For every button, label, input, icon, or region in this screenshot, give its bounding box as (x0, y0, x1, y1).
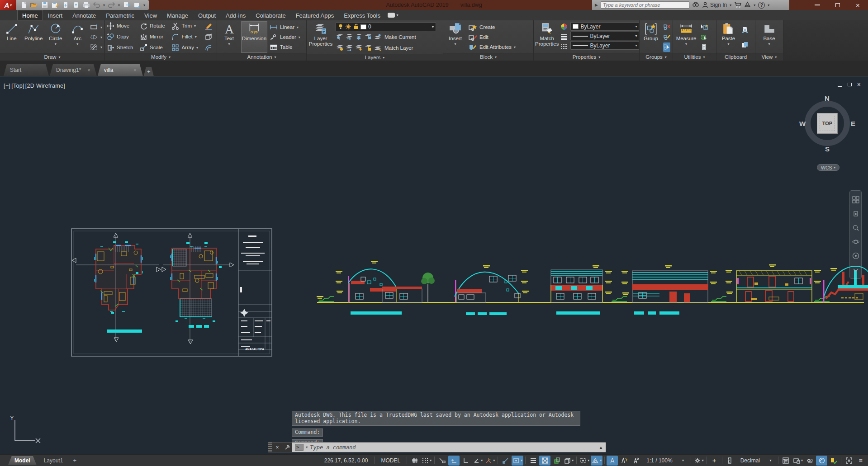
linetype-select[interactable]: ByLayer▾ (570, 41, 639, 50)
cad-drawing[interactable]: ANAFAU SPA (0, 76, 868, 455)
tab-featured-apps[interactable]: Featured Apps (291, 10, 339, 20)
lineweight-select[interactable]: ByLayer▾ (570, 32, 639, 40)
units-value[interactable]: Decimal (736, 457, 764, 464)
linetype-icon[interactable] (560, 43, 568, 52)
autoscale-toggle[interactable] (618, 456, 630, 466)
command-line-bar[interactable]: × >_ ▾ Type a command ▲ (268, 442, 606, 452)
viewcube[interactable]: N S W E TOP (797, 94, 857, 153)
new-layout-button[interactable]: + (70, 457, 79, 464)
undo-icon[interactable] (93, 1, 100, 9)
sign-in-button[interactable]: Sign In (702, 2, 727, 8)
grid-toggle[interactable] (409, 456, 420, 466)
text-button[interactable]: A Text▾ (218, 21, 240, 53)
full-navigation-wheel-icon[interactable] (852, 196, 860, 204)
transparency-toggle[interactable] (539, 456, 550, 466)
panel-label-layers[interactable]: Layers▾ (307, 54, 443, 61)
viewcube-north[interactable]: N (825, 94, 830, 102)
table-button[interactable]: Table (270, 42, 300, 52)
search-input[interactable] (601, 1, 689, 9)
command-bar-close-icon[interactable]: × (272, 444, 282, 451)
navbar-more-icon[interactable] (852, 266, 860, 274)
ungroup-button[interactable] (663, 23, 670, 32)
id-point-button[interactable] (700, 33, 708, 42)
layer-freeze-icon[interactable] (355, 33, 363, 42)
group-selection-toggle[interactable] (663, 42, 670, 52)
pan-icon[interactable] (852, 210, 860, 218)
restore-button[interactable] (827, 0, 848, 10)
minimize-button[interactable] (807, 0, 827, 10)
arc-button[interactable]: Arc▾ (67, 21, 88, 53)
layer-select[interactable]: 0 ▾ (336, 22, 436, 31)
file-tab-drawing1[interactable]: Drawing1*× (50, 64, 97, 76)
annotation-scale-caret[interactable]: ▾ (678, 456, 689, 466)
viewport-minus-control[interactable]: [−] (4, 83, 10, 89)
doc-restore-icon[interactable] (848, 83, 852, 86)
sign-in-caret-icon[interactable]: ▾ (730, 3, 731, 7)
layer-thaw-all-icon[interactable] (355, 44, 363, 52)
coordinates-display[interactable]: 226.17, 6.52, 0.00 (320, 457, 373, 464)
command-history-toggle-icon[interactable]: ▲ (599, 445, 603, 450)
group-edit-button[interactable] (663, 33, 670, 42)
redo-icon[interactable] (108, 1, 115, 9)
clean-screen-button[interactable] (843, 456, 854, 466)
close-icon[interactable]: × (133, 67, 136, 73)
gizmo-toggle[interactable]: ▾ (579, 456, 590, 466)
trim-button[interactable]: Trim▾ (171, 21, 200, 31)
hardware-acceleration-button[interactable] (828, 456, 839, 466)
lineweight-toggle[interactable] (527, 456, 539, 466)
save-to-web-mobile-icon[interactable] (72, 1, 80, 9)
viewcube-south[interactable]: S (825, 145, 830, 153)
file-tab-start[interactable]: Start (4, 64, 49, 76)
graphics-performance-button[interactable] (816, 456, 827, 466)
copy-button[interactable]: Copy (107, 32, 135, 42)
match-properties-button[interactable]: Match Properties (535, 21, 559, 53)
group-button[interactable]: Group (641, 21, 661, 53)
command-prompt-icon[interactable]: >_ (295, 444, 304, 451)
layer-isolate-icon[interactable] (336, 33, 344, 42)
3d-osnap-toggle[interactable]: ▾ (563, 456, 574, 466)
layout1-tab[interactable]: Layout1 (38, 456, 70, 465)
file-tab-villa[interactable]: villa× (98, 64, 143, 76)
tab-collaborate[interactable]: Collaborate (251, 10, 291, 20)
command-bar-customize-icon[interactable] (282, 444, 292, 450)
annotation-scale-button[interactable] (630, 456, 641, 466)
close-button[interactable]: × (848, 0, 868, 10)
viewcube-west[interactable]: W (799, 120, 806, 127)
layer-unlock-all-icon[interactable] (364, 44, 373, 52)
account-caret-icon[interactable]: ▾ (754, 3, 755, 7)
floor-plan-ground[interactable] (72, 233, 166, 342)
paste-button[interactable]: Paste▾ (718, 21, 739, 53)
undo-caret-icon[interactable]: ▾ (103, 3, 105, 7)
app-menu-button[interactable]: A▾ (0, 0, 16, 10)
edit-attributes-button[interactable]: Edit Attributes▾ (468, 42, 516, 52)
osnap-tracking-toggle[interactable] (500, 456, 511, 466)
panel-label-view[interactable]: View▾ (755, 53, 783, 61)
leader-button[interactable]: Leader▾ (270, 33, 300, 42)
annotation-visibility-toggle[interactable] (607, 456, 618, 466)
dynamic-input-toggle[interactable] (436, 456, 448, 466)
selection-filter-toggle[interactable]: ▾ (591, 456, 602, 466)
offset-button[interactable] (204, 43, 215, 52)
erase-button[interactable] (204, 21, 215, 31)
panel-label-draw[interactable]: Draw▾ (0, 53, 104, 61)
polar-tracking-toggle[interactable]: ▾ (472, 456, 484, 466)
zoom-icon[interactable] (852, 224, 860, 232)
tab-output[interactable]: Output (193, 10, 221, 20)
doc-close-icon[interactable]: × (857, 81, 861, 88)
tab-insert[interactable]: Insert (43, 10, 68, 20)
plot-icon[interactable] (82, 1, 90, 9)
snap-toggle[interactable]: ▾ (421, 456, 432, 466)
mirror-button[interactable]: Mirror (140, 32, 167, 42)
navigation-bar[interactable] (849, 190, 862, 279)
layout-lock-button[interactable]: ▾ (792, 456, 804, 466)
scale-button[interactable]: Scale (140, 43, 167, 52)
layer-unisolate-icon[interactable] (345, 33, 354, 42)
rectangle-button[interactable]: ▾ (90, 23, 102, 32)
ortho-toggle[interactable] (460, 456, 471, 466)
isolate-objects-button[interactable] (804, 456, 816, 466)
match-layer-button[interactable]: Match Layer (374, 43, 413, 53)
open-from-web-mobile-icon[interactable] (62, 1, 69, 9)
qat-more-2-icon[interactable] (133, 1, 141, 9)
panel-label-utilities[interactable]: Utilities▾ (673, 53, 716, 61)
insert-button[interactable]: Insert▾ (445, 21, 466, 53)
